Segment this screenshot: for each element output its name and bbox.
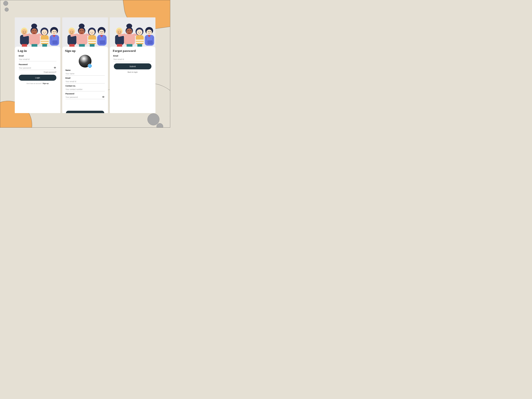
password-label: Password (19, 63, 56, 66)
password-label: Password (65, 93, 105, 95)
eye-icon[interactable] (53, 66, 56, 69)
signup-button-peek[interactable] (62, 111, 108, 113)
forgot-password-screen: Forgot password Email Submit Back to log… (110, 17, 155, 113)
name-field-group: Name (65, 69, 105, 76)
submit-button[interactable]: Submit (114, 63, 152, 69)
email-label: Email (113, 55, 152, 57)
signup-link[interactable]: Sign-up (43, 82, 49, 84)
password-input[interactable] (65, 95, 105, 99)
avatar-upload (65, 55, 105, 68)
email-input[interactable] (113, 57, 152, 61)
login-sheet: Log-in Email Password Forget password? L… (15, 47, 60, 113)
signup-title: Sign-up (65, 49, 105, 53)
email-label: Email (19, 55, 56, 57)
email-field-group: Email (113, 55, 152, 61)
hero-illustration (110, 17, 155, 48)
forgot-password-link[interactable]: Forget password? (18, 71, 56, 73)
password-field-group: Password (19, 63, 56, 70)
name-label: Name (65, 69, 105, 71)
email-input[interactable] (65, 80, 105, 83)
contact-field-group: Contact no. (65, 85, 105, 91)
camera-icon[interactable] (88, 64, 92, 68)
decor-circle (157, 123, 163, 128)
name-input[interactable] (65, 72, 105, 75)
avatar-preview (79, 55, 91, 68)
email-label: Email (65, 77, 105, 79)
signup-prompt: Don't have an account ? Sign-up (18, 82, 57, 84)
contact-input[interactable] (65, 87, 105, 91)
password-input[interactable] (19, 66, 56, 70)
decor-circle (3, 1, 8, 6)
eye-icon[interactable] (102, 96, 105, 99)
email-input[interactable] (19, 57, 56, 61)
signup-sheet: Sign-up Name Email (62, 47, 108, 113)
hero-illustration (62, 17, 108, 48)
forgot-title: Forgot password (113, 49, 152, 53)
back-to-login-link[interactable]: Back to login (113, 71, 152, 73)
contact-label: Contact no. (65, 85, 105, 87)
signup-prompt-text: Don't have an account ? (27, 83, 43, 84)
login-title: Log-in (18, 49, 57, 53)
hero-illustration (15, 17, 60, 48)
decor-circle (5, 8, 9, 12)
password-field-group: Password (65, 93, 105, 99)
login-button[interactable]: Login (19, 75, 56, 81)
decor-circle (147, 113, 159, 125)
email-field-group: Email (65, 77, 105, 83)
email-field-group: Email (19, 55, 56, 61)
login-screen: Log-in Email Password Forget password? L… (15, 17, 60, 113)
forgot-sheet: Forgot password Email Submit Back to log… (110, 47, 155, 113)
signup-screen: Sign-up Name Email (62, 17, 108, 113)
